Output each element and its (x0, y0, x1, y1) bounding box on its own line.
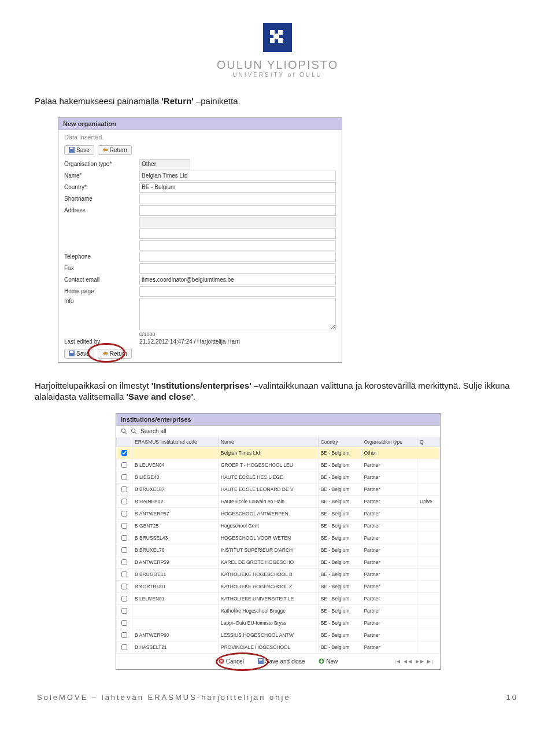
cell-country: BE - Belgium (318, 629, 361, 641)
row-checkbox[interactable] (121, 644, 127, 650)
cancel-button[interactable]: Cancel (214, 657, 248, 666)
table-row[interactable]: B HASSELT21PROVINCIALE HOGESCHOOLBE - Be… (117, 641, 440, 653)
cell-type: Partner (361, 507, 417, 519)
cell-code: B LIEGE40 (132, 471, 219, 483)
cell-name: INSTITUT SUPERIEUR D'ARCH (218, 544, 318, 556)
edited-label: Last edited by (64, 338, 139, 345)
row-checkbox[interactable] (121, 547, 127, 553)
table-row[interactable]: Lappi–Oulu EU-toimisto BryssBE - Belgium… (117, 617, 440, 629)
email-input[interactable] (139, 275, 336, 285)
table-row[interactable]: B BRUXEL87HAUTE ECOLE LEONARD DE VBE - B… (117, 483, 440, 495)
cell-q (417, 629, 440, 641)
country-label: Country* (64, 184, 139, 190)
table-row[interactable]: Katholike Hogeschool BruggeBE - BelgiumP… (117, 604, 440, 617)
row-checkbox[interactable] (121, 511, 127, 517)
cell-country: BE - Belgium (318, 641, 361, 653)
table-row[interactable]: B LEUVEN01KATHOLIEKE UNIVERSITEIT LEBE -… (117, 592, 440, 604)
row-checkbox[interactable] (121, 632, 127, 638)
table-row[interactable]: B KORTRIJ01KATHOLIEKE HOGESCHOOL ZBE - B… (117, 580, 440, 592)
email-label: Contact email (64, 276, 139, 283)
row-checkbox[interactable] (121, 608, 127, 614)
row-checkbox[interactable] (121, 486, 127, 492)
table-row[interactable]: B GENT25Hogeschool GentBE - BelgiumPartn… (117, 519, 440, 532)
address-input-3[interactable] (139, 228, 336, 239)
cancel-icon (219, 658, 224, 664)
col-country[interactable]: Country (318, 437, 361, 447)
pager[interactable]: |◀ ◀◀ ▶▶ ▶| (394, 659, 434, 664)
info-textarea[interactable] (139, 298, 336, 330)
row-checkbox[interactable] (121, 571, 127, 577)
cell-type: Partner (361, 592, 417, 604)
status-message: Data inserted. (58, 130, 342, 142)
cell-country: BE - Belgium (318, 495, 361, 507)
row-checkbox[interactable] (121, 474, 127, 480)
name-input[interactable] (139, 171, 336, 181)
row-checkbox[interactable] (121, 559, 127, 565)
cell-code: B KORTRIJ01 (132, 580, 219, 592)
search-icon-2[interactable] (131, 428, 137, 434)
cell-name: KATHOLIEKE HOGESCHOOL Z (218, 580, 318, 592)
search-all-link[interactable]: Search all (140, 428, 166, 434)
cell-name: Lappi–Oulu EU-toimisto Bryss (218, 617, 318, 629)
cell-country: BE - Belgium (318, 556, 361, 568)
address-input-4[interactable] (139, 240, 336, 250)
row-checkbox[interactable] (121, 450, 127, 456)
row-checkbox[interactable] (121, 499, 127, 504)
col-q[interactable]: Q (417, 437, 440, 447)
row-checkbox[interactable] (121, 584, 127, 589)
homepage-input[interactable] (139, 286, 336, 297)
save-button-bottom[interactable]: Save (64, 349, 94, 359)
table-row[interactable]: B ANTWERP59KAREL DE GROTE HOGESCHOBE - B… (117, 556, 440, 568)
row-checkbox[interactable] (121, 620, 127, 626)
table-row[interactable]: Belgian Times LtdBE - BelgiumOther (117, 447, 440, 459)
col-type[interactable]: Organisation type (361, 437, 417, 447)
cell-code: B GENT25 (132, 519, 219, 532)
cell-name: HOGESCHOOL ANTWERPEN (218, 507, 318, 519)
row-checkbox[interactable] (121, 523, 127, 529)
table-row[interactable]: B BRUXEL76INSTITUT SUPERIEUR D'ARCHBE - … (117, 544, 440, 556)
cell-type: Partner (361, 629, 417, 641)
cell-name: HAUTE ECOLE LEONARD DE V (218, 483, 318, 495)
svg-rect-4 (70, 351, 73, 353)
save-and-close-button[interactable]: Save and close (254, 657, 309, 666)
shortname-label: Shortname (64, 196, 139, 202)
table-row[interactable]: B HAINEP02Haute École Louvain en HainBE … (117, 495, 440, 507)
col-name[interactable]: Name (218, 437, 318, 447)
cell-type: Partner (361, 519, 417, 532)
address-input-1[interactable] (139, 205, 336, 216)
cell-name: Haute École Louvain en Hain (218, 495, 318, 507)
svg-line-6 (125, 432, 127, 434)
shortname-input[interactable] (139, 194, 336, 204)
table-row[interactable]: B BRUGGE11KATHOLIEKE HOGESCHOOL BBE - Be… (117, 568, 440, 580)
table-row[interactable]: B ANTWERP57HOGESCHOOL ANTWERPENBE - Belg… (117, 507, 440, 519)
country-input[interactable] (139, 182, 336, 193)
orgtype-select[interactable] (139, 159, 190, 169)
table-row[interactable]: B LEUVEN04GROEP T - HOGESCHOOL LEUBE - B… (117, 459, 440, 471)
orgtype-label: Organisation type* (64, 161, 139, 167)
col-code[interactable]: ERASMUS institutional code (132, 437, 219, 447)
address-input-2[interactable] (139, 217, 336, 227)
save-button[interactable]: Save (64, 145, 94, 155)
row-checkbox[interactable] (121, 596, 127, 602)
return-arrow-icon (102, 351, 108, 356)
table-row[interactable]: B BRUSSEL43HOGESCHOOL VOOR WETENBE - Bel… (117, 532, 440, 544)
table-row[interactable]: B LIEGE40HAUTE ECOLE HEC LIEGEBE - Belgi… (117, 471, 440, 483)
fax-input[interactable] (139, 263, 336, 274)
row-checkbox[interactable] (121, 535, 127, 541)
disk-icon (69, 147, 75, 153)
return-button[interactable]: Return (98, 145, 132, 155)
page-number: 10 (506, 693, 518, 702)
cell-code: B LEUVEN01 (132, 592, 219, 604)
row-checkbox[interactable] (121, 462, 127, 468)
cell-name: GROEP T - HOGESCHOOL LEU (218, 459, 318, 471)
cell-country: BE - Belgium (318, 544, 361, 556)
new-button[interactable]: New (314, 657, 342, 666)
cell-type: Partner (361, 580, 417, 592)
search-icon[interactable] (121, 428, 127, 434)
return-button-bottom[interactable]: Return (98, 349, 132, 359)
cell-code: B BRUSSEL43 (132, 532, 219, 544)
telephone-input[interactable] (139, 252, 336, 262)
dialog-title: Institutions/enterprises (116, 414, 440, 426)
table-row[interactable]: B ANTWERP60LESSIUS HOGESCHOOL ANTWBE - B… (117, 629, 440, 641)
name-label: Name* (64, 172, 139, 179)
